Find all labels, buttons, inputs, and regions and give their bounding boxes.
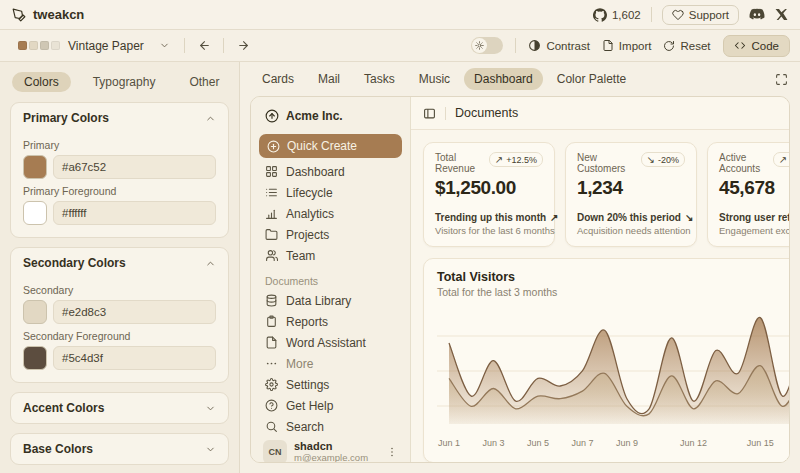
primary-color-input[interactable]: #a67c52 xyxy=(53,155,216,179)
documents-section-label: Documents xyxy=(265,275,396,287)
primary-color-swatch[interactable] xyxy=(23,155,47,179)
user-menu[interactable]: CN shadcn m@example.com xyxy=(259,437,402,463)
support-button[interactable]: Support xyxy=(662,5,739,25)
theme-swatch xyxy=(18,41,27,50)
org-switcher[interactable]: Acme Inc. xyxy=(259,106,402,126)
code-icon xyxy=(734,40,746,51)
svg-text:Jun 12: Jun 12 xyxy=(680,438,707,448)
contrast-button[interactable]: Contrast xyxy=(528,39,589,52)
tab-cards[interactable]: Cards xyxy=(252,68,304,90)
sidebar-item-label: Analytics xyxy=(286,207,334,221)
sidebar-item-label: Reports xyxy=(286,315,328,329)
reset-button[interactable]: Reset xyxy=(663,40,710,52)
field-label: Primary xyxy=(23,139,216,151)
preview-panel: Cards Mail Tasks Music Dashboard Color P… xyxy=(240,62,800,473)
sidebar-item-search[interactable]: Search xyxy=(259,416,402,437)
primary-foreground-input[interactable]: #ffffff xyxy=(53,201,216,225)
sidebar-item-lifecycle[interactable]: Lifecycle xyxy=(259,182,402,203)
tab-typography[interactable]: Typography xyxy=(81,72,168,92)
badge-value: +12.5% xyxy=(506,155,537,165)
light-dark-toggle[interactable] xyxy=(471,37,503,54)
user-name: shadcn xyxy=(294,440,368,453)
stat-footer-sub: Acquisition needs attention xyxy=(577,225,685,236)
stat-label: Total Revenue xyxy=(435,152,485,174)
svg-text:Jun 7: Jun 7 xyxy=(571,438,593,448)
chart-title: Total Visitors xyxy=(437,270,789,284)
theme-editor-panel: Colors Typography Other Primary Colors P… xyxy=(0,62,240,473)
base-colors-header[interactable]: Base Colors xyxy=(11,434,228,464)
sidebar-item-data-library[interactable]: Data Library xyxy=(259,290,402,311)
sidebar-item-label: Team xyxy=(286,249,315,263)
total-visitors-chart-card: Total Visitors Total for the last 3 mont… xyxy=(423,258,789,462)
star-count: 1,602 xyxy=(612,9,641,21)
pen-logo-icon xyxy=(12,8,26,22)
accent-colors-section: Accent Colors xyxy=(10,392,229,424)
secondary-colors-header[interactable]: Secondary Colors xyxy=(11,248,228,278)
sidebar-item-label: Lifecycle xyxy=(286,186,333,200)
panel-left-icon[interactable] xyxy=(423,107,436,120)
tab-colors[interactable]: Colors xyxy=(12,72,71,92)
field-label: Secondary Foreground xyxy=(23,330,216,342)
theme-selector[interactable]: Vintage Paper xyxy=(10,35,178,57)
brand-name: tweakcn xyxy=(33,7,84,22)
tab-music[interactable]: Music xyxy=(409,68,460,90)
accent-colors-header[interactable]: Accent Colors xyxy=(11,393,228,423)
code-label: Code xyxy=(752,40,780,52)
top-header: tweakcn 1,602 Support xyxy=(0,0,800,30)
chevron-down-icon xyxy=(205,444,216,455)
chevron-up-icon xyxy=(205,113,216,124)
sidebar-item-more[interactable]: More xyxy=(259,353,402,374)
undo-button[interactable] xyxy=(191,34,217,58)
primary-colors-header[interactable]: Primary Colors xyxy=(11,103,228,133)
github-stars[interactable]: 1,602 xyxy=(593,8,641,22)
redo-button[interactable] xyxy=(230,34,256,58)
primary-foreground-swatch[interactable] xyxy=(23,201,47,225)
sidebar-item-word-assistant[interactable]: Word Assistant xyxy=(259,332,402,353)
import-button[interactable]: Import xyxy=(602,39,652,52)
fullscreen-icon[interactable] xyxy=(775,73,788,86)
more-vertical-icon[interactable] xyxy=(386,446,398,458)
section-title: Base Colors xyxy=(23,442,93,456)
stat-value: $1,250.00 xyxy=(435,177,543,199)
refresh-icon xyxy=(663,40,675,52)
gear-icon xyxy=(265,378,278,391)
tab-dashboard[interactable]: Dashboard xyxy=(464,68,543,90)
secondary-colors-section: Secondary Colors Secondary #e2d8c3 Secon… xyxy=(10,247,229,383)
search-icon xyxy=(265,420,278,433)
sidebar-item-settings[interactable]: Settings xyxy=(259,374,402,395)
sidebar-item-reports[interactable]: Reports xyxy=(259,311,402,332)
sidebar-item-label: More xyxy=(286,357,313,371)
divider xyxy=(223,38,224,53)
sidebar-item-dashboard[interactable]: Dashboard xyxy=(259,161,402,182)
stat-label: Active Accounts xyxy=(719,152,769,174)
svg-text:Jun 9: Jun 9 xyxy=(616,438,638,448)
tab-other[interactable]: Other xyxy=(177,72,231,92)
sidebar-item-analytics[interactable]: Analytics xyxy=(259,203,402,224)
secondary-foreground-swatch[interactable] xyxy=(23,346,47,370)
tweakcn-app: tweakcn 1,602 Support xyxy=(0,0,800,473)
secondary-foreground-input[interactable]: #5c4d3f xyxy=(53,346,216,370)
tab-tasks[interactable]: Tasks xyxy=(354,68,405,90)
secondary-color-input[interactable]: #e2d8c3 xyxy=(53,300,216,324)
tab-color-palette[interactable]: Color Palette xyxy=(547,68,636,90)
file-text-icon xyxy=(265,336,278,349)
sidebar-item-projects[interactable]: Projects xyxy=(259,224,402,245)
brand[interactable]: tweakcn xyxy=(12,7,84,22)
user-email: m@example.com xyxy=(294,453,368,463)
layout-grid-icon xyxy=(265,165,278,178)
area-chart[interactable]: Jun 1Jun 3Jun 5Jun 7Jun 9Jun 12Jun 15Jun… xyxy=(437,306,789,456)
dashboard-header: Documents xyxy=(411,97,789,130)
clipboard-icon xyxy=(265,315,278,328)
stat-value: 1,234 xyxy=(577,177,685,199)
sidebar-item-get-help[interactable]: Get Help xyxy=(259,395,402,416)
users-icon xyxy=(265,249,278,262)
code-button[interactable]: Code xyxy=(723,35,791,57)
list-icon xyxy=(265,186,278,199)
discord-icon[interactable] xyxy=(749,8,765,21)
x-twitter-icon[interactable] xyxy=(775,8,788,21)
sidebar-item-team[interactable]: Team xyxy=(259,245,402,266)
theme-swatch xyxy=(40,41,49,50)
tab-mail[interactable]: Mail xyxy=(308,68,350,90)
secondary-color-swatch[interactable] xyxy=(23,300,47,324)
quick-create-button[interactable]: Quick Create xyxy=(259,134,402,158)
